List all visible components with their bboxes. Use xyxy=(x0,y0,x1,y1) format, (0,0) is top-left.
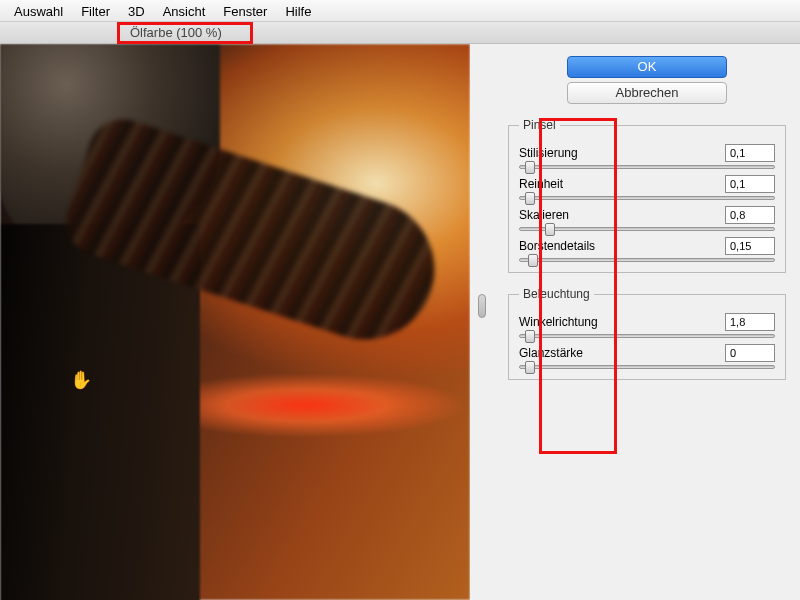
slider-label: Reinheit xyxy=(519,177,563,191)
slider-reinheit: Reinheit xyxy=(519,175,775,200)
slider-value-input[interactable] xyxy=(725,313,775,331)
slider-stilisierung: Stilisierung xyxy=(519,144,775,169)
group-pinsel-legend: Pinsel xyxy=(519,118,560,132)
slider-track[interactable] xyxy=(519,165,775,169)
menu-auswahl[interactable]: Auswahl xyxy=(14,4,63,17)
slider-value-input[interactable] xyxy=(725,237,775,255)
menu-filter[interactable]: Filter xyxy=(81,4,110,17)
slider-thumb[interactable] xyxy=(525,161,535,174)
preview-scroll-gutter xyxy=(470,44,500,600)
preview-torso xyxy=(0,224,200,600)
ok-button[interactable]: OK xyxy=(567,56,727,78)
group-pinsel: Pinsel Stilisierung Reinheit Skalieren xyxy=(508,118,786,273)
menu-ansicht[interactable]: Ansicht xyxy=(163,4,206,17)
slider-track[interactable] xyxy=(519,227,775,231)
preview-scrollbar-thumb[interactable] xyxy=(478,294,486,318)
hand-cursor-icon: ✋ xyxy=(70,369,90,389)
controls-panel: OK Abbrechen Pinsel Stilisierung Reinhei… xyxy=(500,44,800,600)
dialog-titlebar: Ölfarbe (100 %) xyxy=(0,22,800,44)
slider-track[interactable] xyxy=(519,365,775,369)
menu-3d[interactable]: 3D xyxy=(128,4,145,17)
slider-track[interactable] xyxy=(519,258,775,262)
menu-fenster[interactable]: Fenster xyxy=(223,4,267,17)
slider-label: Borstendetails xyxy=(519,239,595,253)
slider-value-input[interactable] xyxy=(725,144,775,162)
slider-thumb[interactable] xyxy=(525,361,535,374)
slider-thumb[interactable] xyxy=(525,330,535,343)
slider-winkelrichtung: Winkelrichtung xyxy=(519,313,775,338)
menu-bar[interactable]: Auswahl Filter 3D Ansicht Fenster Hilfe xyxy=(0,0,800,22)
slider-thumb[interactable] xyxy=(525,192,535,205)
cancel-button[interactable]: Abbrechen xyxy=(567,82,727,104)
dialog-title: Ölfarbe (100 %) xyxy=(130,25,222,40)
slider-label: Glanzstärke xyxy=(519,346,583,360)
group-beleuchtung-legend: Beleuchtung xyxy=(519,287,594,301)
slider-track[interactable] xyxy=(519,196,775,200)
menu-hilfe[interactable]: Hilfe xyxy=(285,4,311,17)
slider-track[interactable] xyxy=(519,334,775,338)
slider-value-input[interactable] xyxy=(725,175,775,193)
slider-thumb[interactable] xyxy=(528,254,538,267)
slider-thumb[interactable] xyxy=(545,223,555,236)
slider-value-input[interactable] xyxy=(725,206,775,224)
slider-value-input[interactable] xyxy=(725,344,775,362)
preview-area[interactable]: ✋ xyxy=(0,44,470,600)
slider-label: Skalieren xyxy=(519,208,569,222)
preview-image xyxy=(0,44,470,600)
slider-label: Stilisierung xyxy=(519,146,578,160)
slider-borstendetails: Borstendetails xyxy=(519,237,775,262)
group-beleuchtung: Beleuchtung Winkelrichtung Glanzstärke xyxy=(508,287,786,380)
slider-skalieren: Skalieren xyxy=(519,206,775,231)
slider-label: Winkelrichtung xyxy=(519,315,598,329)
slider-glanzstaerke: Glanzstärke xyxy=(519,344,775,369)
